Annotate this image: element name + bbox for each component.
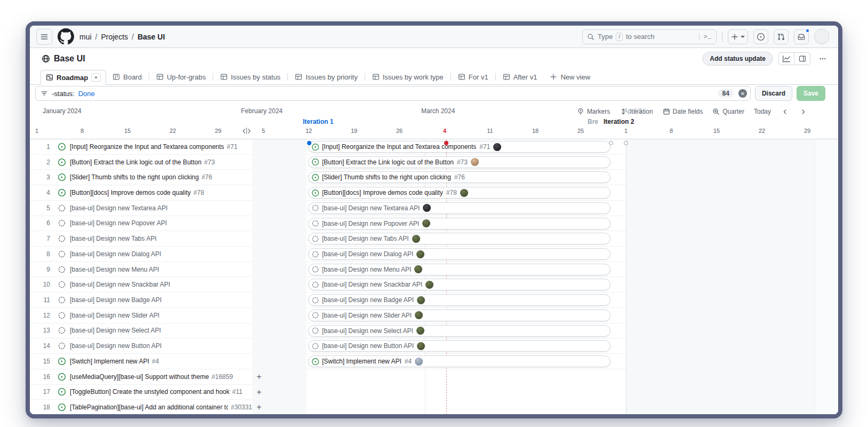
command-palette-icon[interactable]: >_: [699, 34, 713, 40]
issue-title[interactable]: [base-ui] Design new Dialog API: [70, 250, 161, 258]
table-row[interactable]: 10[base-ui] Design new Snackbar API[base…: [30, 277, 838, 292]
table-row[interactable]: 6[base-ui] Design new Popover API[base-u…: [30, 216, 838, 232]
issue-number: #11: [232, 388, 243, 396]
issue-title[interactable]: [base-ui] Design new Tabs API: [70, 235, 157, 242]
gantt-bar[interactable]: [Button][docs] Improve demos code qualit…: [308, 187, 610, 199]
tab-board[interactable]: Board: [106, 69, 148, 84]
breadcrumb-item-mui[interactable]: mui: [79, 33, 92, 41]
filter-input[interactable]: -status:Done 84 ✕: [35, 86, 751, 101]
table-row[interactable]: 11[base-ui] Design new Badge API[base-ui…: [30, 292, 838, 308]
tab-roadmap[interactable]: Roadmap: [41, 70, 106, 85]
tab-issues-by-priority[interactable]: Issues by priority: [288, 69, 364, 84]
gantt-bar[interactable]: [Button] Extract the Link logic out of t…: [308, 156, 610, 168]
gantt-bar[interactable]: [base-ui] Design new Popover API: [308, 218, 610, 230]
table-row[interactable]: 18[TablePagination][base-ui] Add an addi…: [30, 400, 838, 414]
table-row[interactable]: 3[Slider] Thumb shifts to the right upon…: [30, 170, 838, 185]
gantt-bar[interactable]: [base-ui] Design new Button API: [308, 340, 610, 352]
discard-button[interactable]: Discard: [755, 86, 792, 101]
save-button[interactable]: Save: [797, 86, 825, 101]
hamburger-menu-button[interactable]: [36, 29, 52, 45]
breadcrumb-item-base-ui[interactable]: Base UI: [138, 33, 165, 41]
list-cell: 12[base-ui] Design new Slider API: [30, 308, 252, 323]
breadcrumb-item-projects[interactable]: Projects: [101, 33, 128, 41]
assignee-avatar: [414, 265, 422, 273]
issue-title[interactable]: [Button] Extract the Link logic out of t…: [70, 159, 202, 166]
add-date-button[interactable]: +: [254, 387, 264, 398]
table-row[interactable]: 16[useMediaQuery][base-ui] Support witho…: [30, 369, 838, 385]
table-row[interactable]: 9[base-ui] Design new Menu API[base-ui] …: [30, 262, 838, 278]
gantt-bar[interactable]: [base-ui] Design new Badge API: [308, 294, 610, 306]
add-date-button[interactable]: +: [254, 402, 264, 413]
gantt-bar-label: [base-ui] Design new Button API: [322, 342, 414, 350]
issue-title[interactable]: [base-ui] Design new Menu API: [70, 266, 159, 273]
markers-button[interactable]: Markers: [577, 108, 610, 115]
row-number: 13: [35, 327, 50, 334]
gantt-bar[interactable]: [base-ui] Design new Menu API: [308, 264, 610, 275]
issue-title[interactable]: [Slider] Thumb shifts to the right upon …: [70, 173, 199, 181]
issue-open-icon: [312, 144, 319, 151]
tab-issues-by-work-type[interactable]: Issues by work type: [366, 69, 450, 84]
table-row[interactable]: 4[Button][docs] Improve demos code quali…: [30, 185, 838, 201]
insights-button[interactable]: [778, 52, 794, 65]
table-row[interactable]: 2[Button] Extract the Link logic out of …: [30, 155, 838, 170]
gantt-bar[interactable]: [base-ui] Design new Slider API: [308, 310, 610, 321]
gantt-bar[interactable]: [Switch] Implement new API#4: [308, 355, 610, 367]
issue-title[interactable]: [Switch] Implement new API: [70, 358, 149, 365]
gantt-bar[interactable]: [Input] Reorganize the Input and Textare…: [308, 141, 610, 153]
tab-up-for-grabs[interactable]: Up-for-grabs: [150, 69, 212, 84]
issue-title[interactable]: [base-ui] Design new Badge API: [70, 296, 162, 304]
github-logo-icon[interactable]: [58, 28, 74, 45]
table-row[interactable]: 17[ToggleButton] Create the unstyled com…: [30, 385, 838, 400]
issue-title[interactable]: [base-ui] Design new Textarea API: [70, 204, 167, 212]
tab-for-v1[interactable]: For v1: [452, 69, 495, 84]
gantt-bar[interactable]: [base-ui] Design new Tabs API: [308, 233, 610, 244]
table-row[interactable]: 15[Switch] Implement new API#4[Switch] I…: [30, 354, 838, 369]
gantt-bar[interactable]: [base-ui] Design new Select API: [308, 325, 610, 337]
tab-issues-by-status[interactable]: Issues by status: [214, 69, 287, 84]
table-row[interactable]: 12[base-ui] Design new Slider API[base-u…: [30, 308, 838, 323]
gantt-bar[interactable]: [Slider] Thumb shifts to the right upon …: [308, 171, 610, 183]
inbox-button[interactable]: [794, 29, 809, 44]
tab-new-view[interactable]: New view: [543, 69, 597, 84]
pull-requests-button[interactable]: [774, 29, 789, 44]
clear-filter-button[interactable]: ✕: [738, 89, 747, 98]
issue-title[interactable]: [Input] Reorganize the Input and Textare…: [70, 143, 224, 151]
issue-title[interactable]: [ToggleButton] Create the unstyled compo…: [70, 388, 230, 396]
gantt-bar[interactable]: [base-ui] Design new Dialog API: [308, 248, 610, 260]
table-row[interactable]: 5[base-ui] Design new Textarea API[base-…: [30, 201, 838, 216]
side-panel-button[interactable]: [794, 52, 810, 65]
gantt-bar-label: [base-ui] Design new Textarea API: [322, 204, 420, 212]
timeline-next-button[interactable]: [799, 107, 807, 116]
create-new-button[interactable]: [728, 29, 748, 44]
date-fields-button[interactable]: Date fields: [663, 108, 703, 115]
issues-button[interactable]: [753, 29, 768, 44]
issue-title[interactable]: [Button][docs] Improve demos code qualit…: [70, 189, 191, 196]
today-button[interactable]: Today: [754, 108, 771, 115]
add-date-button[interactable]: +: [254, 371, 264, 382]
issue-title[interactable]: [base-ui] Design new Popover API: [70, 219, 167, 227]
project-menu-button[interactable]: [816, 52, 830, 65]
gantt-bar[interactable]: [base-ui] Design new Textarea API: [308, 202, 610, 214]
table-row[interactable]: 14[base-ui] Design new Button API[base-u…: [30, 338, 838, 354]
marker-icon: [577, 108, 584, 115]
issue-title[interactable]: [TablePagination][base-ui] Add an additi…: [70, 404, 228, 411]
table-row[interactable]: 1[Input] Reorganize the Input and Textar…: [30, 139, 838, 155]
tab-after-v1[interactable]: After v1: [496, 69, 544, 84]
issue-title[interactable]: [base-ui] Design new Slider API: [70, 312, 159, 319]
issue-title[interactable]: [base-ui] Design new Button API: [70, 342, 162, 350]
panel-resize-handle[interactable]: [242, 127, 251, 135]
table-row[interactable]: 7[base-ui] Design new Tabs API[base-ui] …: [30, 231, 838, 247]
table-row[interactable]: 8[base-ui] Design new Dialog API[base-ui…: [30, 247, 838, 262]
quarter-button[interactable]: Quarter: [712, 108, 744, 115]
gantt-bar[interactable]: [base-ui] Design new Snackbar API: [308, 279, 610, 290]
issue-title[interactable]: [useMediaQuery][base-ui] Support without…: [70, 373, 209, 381]
user-avatar[interactable]: [814, 29, 830, 44]
caret-down-icon[interactable]: [91, 73, 101, 82]
date-tick: 8: [81, 128, 84, 134]
table-row[interactable]: 13[base-ui] Design new Select API[base-u…: [30, 323, 838, 339]
search-input[interactable]: Type / to search >_: [582, 29, 717, 44]
issue-title[interactable]: [base-ui] Design new Snackbar API: [70, 281, 170, 288]
issue-title[interactable]: [base-ui] Design new Select API: [70, 327, 161, 334]
add-status-update-button[interactable]: Add status update: [702, 52, 773, 66]
timeline-prev-button[interactable]: [781, 107, 789, 116]
